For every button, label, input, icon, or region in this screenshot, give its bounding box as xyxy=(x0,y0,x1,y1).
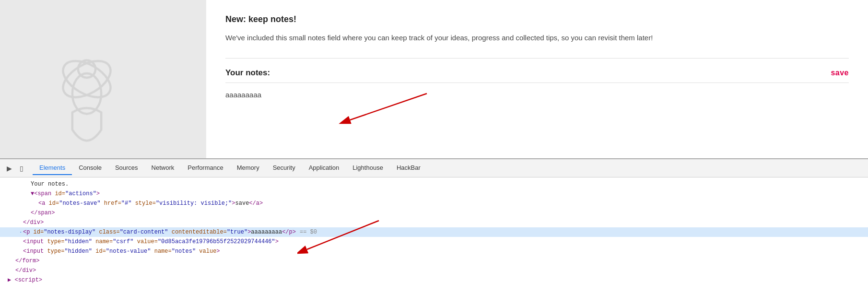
notes-header: Your notes: save xyxy=(225,68,849,78)
card-title: New: keep notes! xyxy=(225,14,849,24)
notes-label: Your notes: xyxy=(225,68,270,78)
top-area: New: keep notes! We've included this sma… xyxy=(0,0,868,158)
devtools-icon-group: ▶ ▯ xyxy=(4,163,27,174)
code-line-notes-value: <input type= "hidden" id= "notes-value" … xyxy=(0,247,868,256)
tab-hackbar[interactable]: HackBar xyxy=(390,161,427,175)
tab-elements[interactable]: Elements xyxy=(33,161,72,175)
responsive-icon[interactable]: ▯ xyxy=(16,163,27,174)
devtools-tabs-bar: ▶ ▯ Elements Console Sources Network Per… xyxy=(0,159,868,177)
notes-divider xyxy=(225,82,849,83)
code-line-script: ▶ <script> xyxy=(0,275,868,285)
notes-text: aaaaaaaaa xyxy=(225,91,849,99)
save-button[interactable]: save xyxy=(831,69,849,77)
tab-performance[interactable]: Performance xyxy=(181,161,230,175)
code-line-form-close: </form> xyxy=(0,256,868,266)
notes-section: Your notes: save aaaaaaaaa xyxy=(225,58,849,99)
tab-application[interactable]: Application xyxy=(302,161,346,175)
cursor-icon[interactable]: ▶ xyxy=(4,163,14,174)
tab-console[interactable]: Console xyxy=(72,161,108,175)
code-line-span-open: ▼ <span id= "actions" > xyxy=(0,189,868,199)
code-line-div-close2: </div> xyxy=(0,266,868,275)
tab-network[interactable]: Network xyxy=(145,161,181,175)
content-card: New: keep notes! We've included this sma… xyxy=(206,0,868,158)
code-line-csrf: <input type= "hidden" name= "csrf" value… xyxy=(0,237,868,247)
tab-sources[interactable]: Sources xyxy=(108,161,145,175)
tab-security[interactable]: Security xyxy=(266,161,302,175)
devtools-code-panel[interactable]: Your notes. ▼ <span id= "actions" > <a i… xyxy=(0,177,868,306)
code-line-div-close1: </div> xyxy=(0,218,868,227)
dot-indicator xyxy=(27,179,31,189)
code-text-yournotes: Your notes. xyxy=(31,179,69,189)
code-line-p-notes[interactable]: · <p id= "notes-display" class= "card-co… xyxy=(0,227,868,237)
code-line-yournotes: Your notes. xyxy=(0,179,868,189)
tab-lighthouse[interactable]: Lighthouse xyxy=(346,161,390,175)
code-line-span-close: </span> xyxy=(0,208,868,218)
devtools-panel: ▶ ▯ Elements Console Sources Network Per… xyxy=(0,158,868,306)
card-description: We've included this small notes field wh… xyxy=(225,32,849,44)
code-line-a-tag: <a id= "notes-save" href= "#" style= "vi… xyxy=(0,199,868,208)
tab-memory[interactable]: Memory xyxy=(230,161,266,175)
